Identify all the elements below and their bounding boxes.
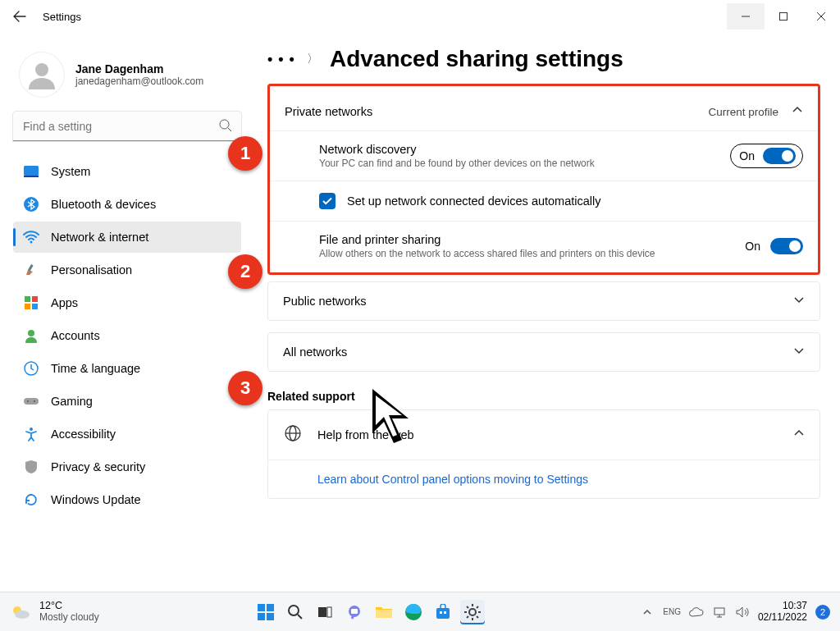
svg-rect-26 [258,604,265,611]
current-profile-tag: Current profile [708,106,778,118]
svg-rect-12 [32,296,38,302]
svg-point-3 [35,63,48,76]
section-all-networks[interactable]: All networks [267,332,820,372]
sidebar-item-gaming[interactable]: Gaming [13,386,241,417]
tray-volume-icon[interactable] [735,605,750,620]
section-title: All networks [283,345,347,359]
sidebar-item-label: Privacy & security [51,460,145,473]
svg-point-9 [30,241,33,244]
taskbar: 12°C Mostly cloudy ENG 10:37 02/11/2022 … [0,592,840,631]
svg-point-30 [289,606,299,615]
tray-network-icon[interactable] [712,605,727,620]
sidebar-item-label: Gaming [51,395,93,408]
taskbar-weather[interactable]: 12°C Mostly cloudy [10,601,99,624]
search-icon [218,118,233,136]
maximize-icon [778,11,788,21]
help-from-web-row[interactable]: Help from the web [268,410,819,460]
globe-icon [283,423,303,446]
section-public[interactable]: Public networks [267,281,820,321]
windows-icon [257,603,275,621]
taskbar-clock[interactable]: 10:37 02/11/2022 [758,601,807,624]
chevron-right-icon: 〉 [307,52,318,66]
sidebar-item-time-language[interactable]: Time & language [13,353,241,384]
sidebar-item-apps[interactable]: Apps [13,287,241,318]
taskbar-explorer-button[interactable] [372,600,396,624]
tray-onedrive-icon[interactable] [689,605,704,620]
svg-rect-6 [24,166,39,176]
taskbar-taskview-button[interactable] [313,600,337,624]
sidebar-item-label: Accounts [51,329,100,342]
taskbar-edge-button[interactable] [401,600,426,624]
toggle-file-printer-sharing[interactable] [770,238,803,254]
checkbox-auto-setup[interactable] [319,193,336,209]
edge-icon [404,603,422,621]
row-description: Your PC can find and be found by other d… [319,158,595,169]
svg-line-48 [477,606,478,608]
help-link[interactable]: Learn about Control panel options moving… [317,473,588,486]
sidebar-item-accounts[interactable]: Accounts [13,320,241,351]
row-title: File and printer sharing [319,233,655,246]
notification-badge[interactable]: 2 [815,605,830,620]
page-title: Advanced sharing settings [330,46,623,72]
sidebar-item-windows-update[interactable]: Windows Update [13,484,241,515]
section-title: Public networks [283,295,367,308]
chevron-up-icon [793,428,805,442]
tray-language-icon[interactable]: ENG [663,605,681,620]
titlebar: Settings [0,0,840,33]
svg-rect-11 [25,296,30,302]
sidebar-item-personalisation[interactable]: Personalisation [13,254,241,286]
sidebar-item-network[interactable]: Network & internet [13,222,241,253]
weather-temp: 12°C [39,601,99,612]
row-auto-setup: Set up network connected devices automat… [270,181,818,221]
annotation-badge-2: 2 [228,254,262,289]
svg-rect-17 [24,398,39,405]
chevron-down-icon [793,294,805,309]
store-icon [435,604,451,620]
svg-rect-40 [444,611,446,614]
shield-icon [23,459,39,475]
close-button[interactable] [802,3,840,30]
toggle-state-label: On [745,240,760,253]
start-button[interactable] [253,600,278,624]
svg-rect-1 [780,13,788,21]
row-title: Network discovery [319,143,595,156]
taskbar-store-button[interactable] [431,600,455,624]
svg-rect-35 [351,609,358,614]
breadcrumb-more-button[interactable]: • • • [267,51,295,68]
svg-rect-14 [32,304,38,309]
gamepad-icon [23,393,39,409]
sidebar-item-system[interactable]: System [13,156,241,187]
annotation-badge-3: 3 [228,371,262,405]
sidebar-item-accessibility[interactable]: Accessibility [13,418,241,450]
taskbar-search-button[interactable] [283,600,308,624]
maximize-button[interactable] [765,3,802,30]
taskbar-date: 02/11/2022 [758,612,807,624]
toggle-network-discovery[interactable] [763,148,796,164]
taskview-icon [317,604,333,620]
section-header-private[interactable]: Private networks Current profile [270,93,818,130]
chat-icon [346,604,363,620]
user-block[interactable]: Jane Dagenham janedagenham@outlook.com [13,39,254,112]
back-button[interactable] [10,7,30,26]
svg-rect-32 [318,607,326,617]
svg-rect-13 [25,304,30,309]
checkbox-label: Set up network connected devices automat… [347,194,601,208]
search-icon [287,604,304,620]
section-title: Private networks [285,105,372,118]
search-box[interactable] [13,112,241,141]
sidebar-item-bluetooth[interactable]: Bluetooth & devices [13,189,241,220]
minimize-button[interactable] [727,3,765,30]
taskbar-settings-button[interactable] [460,600,485,624]
taskbar-time: 10:37 [758,601,807,612]
svg-line-5 [228,128,231,131]
avatar [20,53,64,97]
accessibility-icon [23,426,39,442]
taskbar-chat-button[interactable] [342,600,367,624]
sidebar-item-privacy[interactable]: Privacy & security [13,451,241,482]
accounts-icon [23,327,39,344]
search-input[interactable] [13,112,241,141]
tray-chevron-up-icon[interactable] [640,605,655,620]
wifi-icon [23,229,39,245]
close-icon [816,11,826,21]
row-network-discovery: Network discovery Your PC can find and b… [270,130,818,181]
